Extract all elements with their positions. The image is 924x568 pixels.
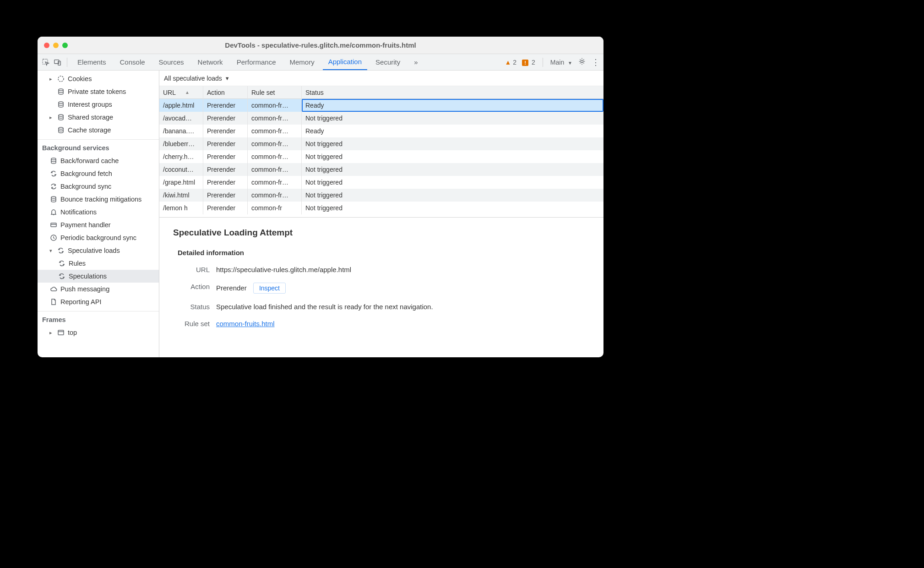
window-minimize-button[interactable] [53,43,59,48]
database-icon [49,196,58,203]
tabs-overflow[interactable]: » [408,54,423,70]
table-row[interactable]: /lemon hPrerendercommon-frNot triggered [159,202,603,214]
svg-point-8 [59,127,63,129]
cell-ruleset: common-fr… [248,112,302,125]
document-icon [49,298,58,306]
svg-point-9 [51,158,56,160]
tab-console[interactable]: Console [114,54,151,70]
cell-action: Prerender [203,189,248,202]
cell-status: Not triggered [302,163,603,176]
table-row[interactable]: /coconut…Prerendercommon-fr…Not triggere… [159,163,603,176]
table-row[interactable]: /banana.…Prerendercommon-fr…Ready [159,125,603,137]
sidebar-item-push-messaging[interactable]: Push messaging [38,283,159,295]
table-row[interactable]: /kiwi.htmlPrerendercommon-fr…Not trigger… [159,189,603,202]
sidebar-item-speculations[interactable]: Speculations [38,270,159,283]
sidebar-item-shared-storage[interactable]: ▸ Shared storage [38,111,159,124]
sync-icon [57,247,65,254]
sidebar-item-speculative-loads[interactable]: ▾ Speculative loads [38,244,159,257]
detail-value-status: Speculative load finished and the result… [216,303,590,311]
sidebar-item-label: Payment handler [60,221,111,229]
cell-url: /banana.… [159,125,203,137]
sidebar-item-back-forward-cache[interactable]: Back/forward cache [38,154,159,167]
cell-status: Not triggered [302,112,603,125]
table-row[interactable]: /grape.htmlPrerendercommon-fr…Not trigge… [159,176,603,189]
cell-status: Not triggered [302,202,603,214]
sidebar-item-bounce-tracking[interactable]: Bounce tracking mitigations [38,193,159,206]
column-header-status[interactable]: Status [302,86,603,99]
sidebar-item-background-sync[interactable]: Background sync [38,180,159,193]
tab-elements[interactable]: Elements [72,54,112,70]
sidebar-item-frame-top[interactable]: ▸ top [38,326,159,339]
table-row[interactable]: /apple.htmlPrerendercommon-fr…Ready [159,99,603,112]
cell-url: /lemon h [159,202,203,214]
sidebar-item-background-fetch[interactable]: Background fetch [38,167,159,180]
sync-icon [58,273,66,280]
sidebar-item-private-state-tokens[interactable]: Private state tokens [38,85,159,98]
tab-security[interactable]: Security [370,54,406,70]
tab-application[interactable]: Application [323,54,367,70]
kebab-menu-icon[interactable]: ⋮ [592,58,600,66]
cell-action: Prerender [203,150,248,163]
window-zoom-button[interactable] [62,43,68,48]
sidebar-item-rules[interactable]: Rules [38,257,159,270]
sidebar-item-cache-storage[interactable]: Cache storage [38,124,159,137]
sidebar-item-label: Private state tokens [68,88,126,95]
svg-point-7 [59,115,63,116]
sidebar-item-payment-handler[interactable]: Payment handler [38,218,159,231]
warnings-indicator[interactable]: ▲ 2 [505,59,517,66]
cell-url: /avocad… [159,112,203,125]
clock-icon [49,234,58,241]
issue-square-icon: ! [522,60,528,66]
detail-heading: Speculative Loading Attempt [173,228,590,238]
speculations-filter-dropdown[interactable]: All speculative loads ▼ [159,71,603,86]
tab-sources[interactable]: Sources [153,54,190,70]
window-titlebar: DevTools - speculative-rules.glitch.me/c… [38,37,603,54]
cell-url: /apple.html [159,99,203,112]
detail-label-ruleset: Rule set [178,320,210,328]
detail-value-action: Prerender [216,284,247,292]
database-icon [49,157,58,164]
sidebar-item-notifications[interactable]: Notifications [38,206,159,218]
device-mode-icon[interactable] [53,58,62,67]
window-close-button[interactable] [44,43,49,48]
database-icon [57,114,65,121]
column-header-action[interactable]: Action [203,86,248,99]
detail-label-status: Status [178,303,210,311]
column-header-ruleset[interactable]: Rule set [248,86,302,99]
expand-arrow-icon: ▸ [49,76,54,82]
settings-icon[interactable] [578,57,586,67]
expand-arrow-icon: ▸ [49,330,54,336]
tab-network[interactable]: Network [192,54,228,70]
chevron-down-icon: ▼ [568,60,572,66]
sidebar-item-interest-groups[interactable]: Interest groups [38,98,159,111]
sidebar-item-label: Background sync [60,183,111,190]
cell-ruleset: common-fr… [248,163,302,176]
column-header-url[interactable]: URL▲ [159,86,203,99]
svg-point-10 [51,197,56,198]
issues-indicator[interactable]: ! 2 [522,59,535,66]
sync-icon [58,260,66,267]
application-sidebar: ▸ Cookies Private state tokens Interest … [38,71,159,357]
detail-value-ruleset-link[interactable]: common-fruits.html [216,320,275,328]
target-context-dropdown[interactable]: Main ▼ [550,59,572,66]
tab-memory[interactable]: Memory [284,54,320,70]
detail-subheading: Detailed information [173,249,590,257]
sidebar-item-reporting-api[interactable]: Reporting API [38,295,159,308]
cell-ruleset: common-fr… [248,150,302,163]
sidebar-item-periodic-bg-sync[interactable]: Periodic background sync [38,231,159,244]
sidebar-item-label: Notifications [60,208,97,216]
cell-status: Ready [302,99,603,112]
table-row[interactable]: /cherry.h…Prerendercommon-fr…Not trigger… [159,150,603,163]
table-row[interactable]: /avocad…Prerendercommon-fr…Not triggered [159,112,603,125]
tab-performance[interactable]: Performance [231,54,282,70]
sidebar-item-cookies[interactable]: ▸ Cookies [38,72,159,85]
sidebar-item-label: Cookies [68,75,92,82]
database-icon [57,126,65,134]
inspect-element-icon[interactable] [41,58,50,67]
sidebar-item-label: Interest groups [68,101,112,108]
sidebar-item-label: Push messaging [60,285,109,293]
svg-point-3 [581,60,583,62]
inspect-button[interactable]: Inspect [253,283,286,294]
table-row[interactable]: /blueberr…Prerendercommon-fr…Not trigger… [159,137,603,150]
warning-triangle-count: 2 [513,59,516,66]
